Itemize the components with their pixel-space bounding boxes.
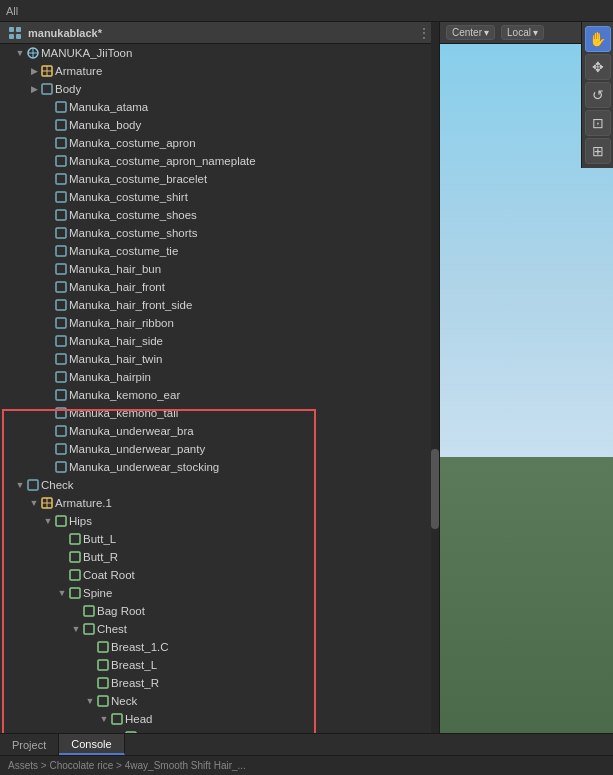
tree-item-costume-shoes[interactable]: Manuka_costume_shoes bbox=[0, 206, 439, 224]
tree-item-armature-main[interactable]: ▶ Armature bbox=[0, 62, 439, 80]
svg-rect-13 bbox=[56, 138, 66, 148]
tree-item-breast-1c[interactable]: Breast_1.C bbox=[0, 638, 439, 656]
tree-item-body[interactable]: ▶ Body bbox=[0, 80, 439, 98]
underwear-bra-label: Manuka_underwear_bra bbox=[69, 425, 194, 437]
svg-rect-31 bbox=[56, 462, 66, 472]
tab-console[interactable]: Console bbox=[59, 734, 124, 755]
breast-r-icon bbox=[96, 677, 109, 690]
svg-rect-43 bbox=[98, 642, 108, 652]
svg-rect-41 bbox=[84, 606, 94, 616]
coat-root-icon bbox=[68, 569, 81, 582]
tree-item-hair-front[interactable]: Manuka_hair_front bbox=[0, 278, 439, 296]
scrollbar-track[interactable] bbox=[431, 22, 439, 733]
tool-move2[interactable]: ✥ bbox=[585, 54, 611, 80]
tree-item-hair-front-side[interactable]: Manuka_hair_front_side bbox=[0, 296, 439, 314]
body-label: Body bbox=[55, 83, 81, 95]
tree-item-spine[interactable]: ▼ Spine bbox=[0, 584, 439, 602]
tree-item-hair-bun[interactable]: Manuka_hair_bun bbox=[0, 260, 439, 278]
tree-item-hair-ribbon[interactable]: Manuka_hair_ribbon bbox=[0, 314, 439, 332]
tree-item-costume-bracelet[interactable]: Manuka_costume_bracelet bbox=[0, 170, 439, 188]
manuka-atama-icon bbox=[54, 101, 67, 114]
hierarchy-title-bar: manukablack* ⋮ bbox=[0, 22, 439, 44]
tree-item-manuka-jiitoon[interactable]: ▼ MANUKA_JiiToon bbox=[0, 44, 439, 62]
breast-l-label: Breast_L bbox=[111, 659, 157, 671]
svg-rect-18 bbox=[56, 228, 66, 238]
local-label: Local bbox=[507, 27, 531, 38]
tree-item-coat-root[interactable]: Coat Root bbox=[0, 566, 439, 584]
scrollbar-thumb[interactable] bbox=[431, 449, 439, 529]
tool-rotate[interactable]: ↺ bbox=[585, 82, 611, 108]
tree-item-costume-apron-nameplate[interactable]: Manuka_costume_apron_nameplate bbox=[0, 152, 439, 170]
kemono-tail-icon bbox=[54, 407, 67, 420]
kemono-ear-label: Manuka_kemono_ear bbox=[69, 389, 180, 401]
tree-item-costume-tie[interactable]: Manuka_costume_tie bbox=[0, 242, 439, 260]
butt-l-label: Butt_L bbox=[83, 533, 116, 545]
breadcrumb: Assets > Chocolate rice > 4way_Smooth Sh… bbox=[8, 760, 246, 771]
tree-item-hair-twin[interactable]: Manuka_hair_twin bbox=[0, 350, 439, 368]
tree-item-kemono-tail[interactable]: Manuka_kemono_tail bbox=[0, 404, 439, 422]
tree-item-hips[interactable]: ▼ Hips bbox=[0, 512, 439, 530]
tree-item-breast-l[interactable]: Breast_L bbox=[0, 656, 439, 674]
hierarchy-menu-button[interactable]: ⋮ bbox=[417, 25, 431, 41]
tool-move[interactable]: ✋ bbox=[585, 26, 611, 52]
tree-item-costume-shirt[interactable]: Manuka_costume_shirt bbox=[0, 188, 439, 206]
tree-item-manuka-atama[interactable]: Manuka_atama bbox=[0, 98, 439, 116]
svg-rect-30 bbox=[56, 444, 66, 454]
costume-bracelet-label: Manuka_costume_bracelet bbox=[69, 173, 207, 185]
tree-item-bag-root[interactable]: Bag Root bbox=[0, 602, 439, 620]
svg-rect-16 bbox=[56, 192, 66, 202]
tree-item-costume-shorts[interactable]: Manuka_costume_shorts bbox=[0, 224, 439, 242]
svg-rect-39 bbox=[70, 570, 80, 580]
manuka-body-icon bbox=[54, 119, 67, 132]
tree-item-underwear-panty[interactable]: Manuka_underwear_panty bbox=[0, 440, 439, 458]
manuka-jiitoon-icon bbox=[26, 47, 39, 60]
svg-rect-17 bbox=[56, 210, 66, 220]
svg-rect-14 bbox=[56, 156, 66, 166]
tool-scale[interactable]: ⊡ bbox=[585, 110, 611, 136]
breast-1c-label: Breast_1.C bbox=[111, 641, 169, 653]
tool-rect[interactable]: ⊞ bbox=[585, 138, 611, 164]
svg-rect-20 bbox=[56, 264, 66, 274]
tree-item-hairpin[interactable]: Manuka_hairpin bbox=[0, 368, 439, 386]
body-icon bbox=[40, 83, 53, 96]
tree-item-manuka-body[interactable]: Manuka_body bbox=[0, 116, 439, 134]
breast-l-icon bbox=[96, 659, 109, 672]
earrings-root-label: Earrings Root bbox=[139, 731, 209, 733]
tree-item-head[interactable]: ▼ Head bbox=[0, 710, 439, 728]
underwear-panty-label: Manuka_underwear_panty bbox=[69, 443, 205, 455]
tree-item-costume-apron[interactable]: Manuka_costume_apron bbox=[0, 134, 439, 152]
tab-project[interactable]: Project bbox=[0, 734, 59, 755]
underwear-bra-icon bbox=[54, 425, 67, 438]
svg-rect-2 bbox=[9, 34, 14, 39]
center-button[interactable]: Center ▾ bbox=[446, 25, 495, 40]
tree-item-butt-r[interactable]: Butt_R bbox=[0, 548, 439, 566]
hierarchy-panel[interactable]: manukablack* ⋮ ▼ MANUKA_JiiToon ▶ bbox=[0, 22, 440, 733]
armature-main-icon bbox=[40, 65, 53, 78]
tree-item-butt-l[interactable]: Butt_L bbox=[0, 530, 439, 548]
svg-rect-22 bbox=[56, 300, 66, 310]
local-button[interactable]: Local ▾ bbox=[501, 25, 544, 40]
tree-item-breast-r[interactable]: Breast_R bbox=[0, 674, 439, 692]
tree-item-kemono-ear[interactable]: Manuka_kemono_ear bbox=[0, 386, 439, 404]
costume-shirt-label: Manuka_costume_shirt bbox=[69, 191, 188, 203]
tree-item-underwear-stocking[interactable]: Manuka_underwear_stocking bbox=[0, 458, 439, 476]
tree-item-neck[interactable]: ▼ Neck bbox=[0, 692, 439, 710]
armature-main-label: Armature bbox=[55, 65, 102, 77]
svg-rect-29 bbox=[56, 426, 66, 436]
tree-item-underwear-bra[interactable]: Manuka_underwear_bra bbox=[0, 422, 439, 440]
tree-item-armature-1[interactable]: ▼ Armature.1 bbox=[0, 494, 439, 512]
hair-front-side-icon bbox=[54, 299, 67, 312]
svg-rect-46 bbox=[98, 696, 108, 706]
tree-item-earrings-root[interactable]: Earrings Root bbox=[0, 728, 439, 733]
svg-rect-36 bbox=[56, 516, 66, 526]
tree-item-check[interactable]: ▼ Check bbox=[0, 476, 439, 494]
tree-item-hair-side[interactable]: Manuka_hair_side bbox=[0, 332, 439, 350]
tree-item-chest[interactable]: ▼ Chest bbox=[0, 620, 439, 638]
spine-label: Spine bbox=[83, 587, 112, 599]
manuka-jiitoon-label: MANUKA_JiiToon bbox=[41, 47, 132, 59]
hair-ribbon-label: Manuka_hair_ribbon bbox=[69, 317, 174, 329]
kemono-tail-label: Manuka_kemono_tail bbox=[69, 407, 178, 419]
svg-rect-1 bbox=[16, 27, 21, 32]
hair-twin-icon bbox=[54, 353, 67, 366]
svg-rect-24 bbox=[56, 336, 66, 346]
